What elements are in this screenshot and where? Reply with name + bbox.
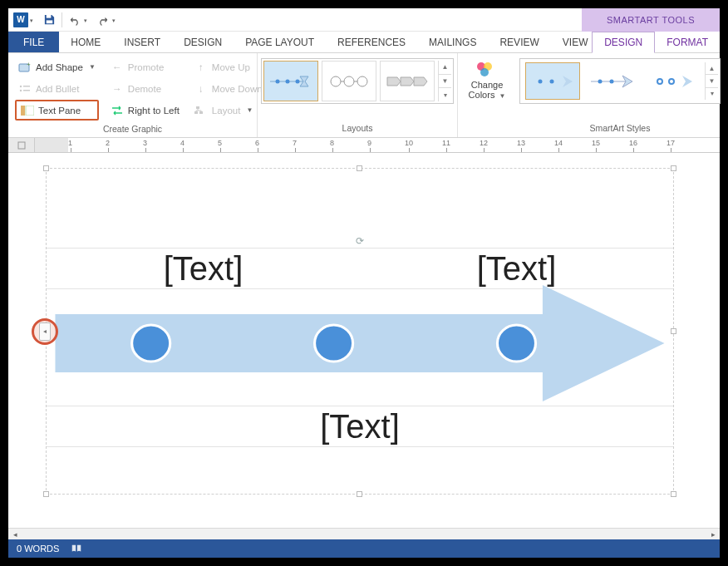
- scroll-right-icon[interactable]: ▸: [706, 529, 720, 539]
- demote-icon: →: [111, 82, 124, 96]
- tab-page-layout[interactable]: PAGE LAYOUT: [234, 32, 326, 52]
- style-thumb-2[interactable]: [585, 62, 640, 100]
- gallery-more[interactable]: ▾: [439, 88, 451, 101]
- svg-rect-8: [21, 106, 25, 116]
- svg-rect-11: [194, 111, 198, 114]
- svg-point-28: [657, 79, 662, 84]
- svg-rect-9: [26, 106, 34, 116]
- layout-thumb-3[interactable]: [380, 61, 435, 101]
- smartart-arrow-graphic[interactable]: [47, 277, 673, 410]
- svg-point-18: [357, 76, 367, 86]
- scroll-left-icon[interactable]: ◂: [8, 529, 22, 539]
- svg-point-15: [296, 79, 300, 83]
- styles-scroll-down[interactable]: ▼: [706, 75, 718, 87]
- change-colors-button[interactable]: ChangeColors ▼: [460, 57, 514, 101]
- resize-handle[interactable]: [357, 491, 362, 497]
- tab-file[interactable]: FILE: [8, 32, 59, 52]
- tab-insert[interactable]: INSERT: [112, 32, 172, 52]
- tab-smartart-format[interactable]: FORMAT: [655, 32, 720, 52]
- layouts-scroll: ▲ ▼ ▾: [438, 61, 451, 101]
- resize-handle[interactable]: [357, 165, 362, 171]
- ruler: /* ticks drawn below via JS */ 123456789…: [8, 138, 720, 153]
- svg-rect-0: [46, 15, 51, 18]
- svg-rect-12: [199, 111, 203, 114]
- ribbon-tabs: FILE HOME INSERT DESIGN PAGE LAYOUT REFE…: [8, 32, 720, 53]
- undo-button[interactable]: [66, 11, 84, 29]
- text-pane-button[interactable]: Text Pane: [15, 100, 99, 121]
- ruler-corner: [8, 138, 35, 153]
- chevron-down-icon: ▼: [89, 63, 96, 71]
- svg-point-26: [598, 79, 603, 83]
- svg-rect-30: [18, 142, 25, 149]
- gallery-scroll-down[interactable]: ▼: [439, 75, 451, 89]
- layouts-gallery: ▲ ▼ ▾: [261, 58, 454, 104]
- styles-scroll-up[interactable]: ▲: [706, 62, 718, 75]
- tab-review[interactable]: REVIEW: [488, 32, 550, 52]
- document-canvas[interactable]: ⟳ [Text] [Text] [Text] ◂: [8, 153, 720, 528]
- layout-button: Layout▼: [191, 100, 266, 121]
- move-up-button: ↑Move Up: [191, 57, 266, 77]
- tab-design[interactable]: DESIGN: [172, 32, 234, 52]
- tab-mailings[interactable]: MAILINGS: [417, 32, 488, 52]
- style-thumb-3[interactable]: [645, 62, 700, 100]
- style-thumb-1[interactable]: [525, 62, 580, 100]
- svg-point-33: [497, 325, 535, 362]
- demote-button: →Demote: [107, 78, 183, 99]
- styles-gallery: ▲ ▼ ▾: [519, 58, 721, 104]
- word-count[interactable]: 0 WORDS: [17, 544, 59, 554]
- svg-rect-7: [23, 90, 30, 91]
- promote-icon: ←: [111, 61, 124, 74]
- resize-handle[interactable]: [671, 165, 676, 171]
- svg-rect-10: [196, 106, 199, 109]
- move-up-icon: ↑: [194, 61, 208, 74]
- svg-point-25: [550, 79, 554, 83]
- layout-icon: [194, 104, 208, 117]
- svg-rect-1: [46, 20, 52, 23]
- add-shape-icon: +: [18, 61, 32, 74]
- tab-references[interactable]: REFERENCES: [326, 32, 417, 52]
- change-colors-icon: [474, 60, 500, 78]
- text-pane-toggle[interactable]: ◂: [32, 318, 58, 345]
- add-bullet-button: Add Bullet: [15, 78, 99, 99]
- qat-more-icon[interactable]: ▾: [112, 17, 116, 24]
- styles-more[interactable]: ▾: [706, 88, 718, 100]
- save-button[interactable]: [40, 11, 58, 29]
- text-pane-icon: [21, 104, 34, 117]
- chevron-down-icon: ▼: [246, 106, 253, 114]
- svg-point-14: [286, 79, 290, 83]
- svg-point-24: [539, 79, 543, 83]
- redo-button[interactable]: [94, 11, 112, 29]
- tab-home[interactable]: HOME: [59, 32, 112, 52]
- tab-smartart-design[interactable]: DESIGN: [592, 32, 655, 53]
- qat-customize-icon[interactable]: ▾: [30, 17, 33, 24]
- horizontal-scrollbar[interactable]: ◂ ▸: [8, 528, 720, 539]
- rtl-icon: [111, 104, 124, 117]
- smartart-frame[interactable]: ⟳ [Text] [Text] [Text] ◂: [46, 168, 674, 495]
- svg-point-6: [20, 89, 22, 91]
- undo-dropdown-icon[interactable]: ▾: [84, 17, 87, 24]
- spellcheck-icon[interactable]: [71, 543, 82, 554]
- svg-rect-5: [23, 86, 30, 87]
- gallery-scroll-up[interactable]: ▲: [439, 61, 451, 75]
- word-app-icon: W: [13, 12, 28, 27]
- svg-point-31: [132, 325, 170, 362]
- svg-point-32: [315, 325, 353, 362]
- resize-handle[interactable]: [671, 491, 676, 497]
- resize-handle[interactable]: [43, 165, 49, 171]
- group-label-styles: SmartArt Styles: [516, 123, 724, 137]
- right-to-left-button[interactable]: Right to Left: [107, 100, 183, 121]
- svg-point-17: [344, 76, 354, 86]
- svg-point-16: [331, 76, 341, 86]
- change-colors-label-1: Change: [471, 80, 504, 90]
- rotate-handle-icon[interactable]: ⟳: [354, 235, 366, 247]
- resize-handle[interactable]: [43, 491, 49, 497]
- add-shape-button[interactable]: + Add Shape▼: [15, 57, 99, 77]
- svg-point-13: [276, 79, 280, 83]
- group-label-create-graphic: Create Graphic: [8, 124, 257, 137]
- smartart-text-3[interactable]: [Text]: [320, 408, 400, 445]
- layout-thumb-1[interactable]: [263, 61, 318, 101]
- ribbon: + Add Shape▼ Add Bullet Text Pane ←Promo…: [8, 53, 720, 138]
- svg-point-29: [669, 79, 674, 84]
- layout-thumb-2[interactable]: [322, 61, 376, 101]
- promote-button: ←Promote: [107, 57, 183, 77]
